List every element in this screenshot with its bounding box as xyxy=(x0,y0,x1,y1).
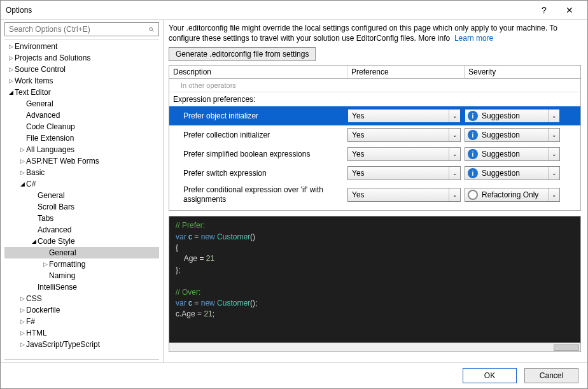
svg-line-1 xyxy=(152,30,153,31)
search-icon[interactable] xyxy=(145,23,158,36)
tree-te-code-cleanup[interactable]: Code Cleanup xyxy=(4,121,159,132)
tree-te-dockerfile[interactable]: ▷Dockerfile xyxy=(4,304,159,316)
cancel-button[interactable]: Cancel xyxy=(524,368,578,383)
chevron-down-icon: ⌄ xyxy=(449,110,460,122)
tree-te-basic[interactable]: ▷Basic xyxy=(4,167,159,178)
options-dialog: Options ? ✕ ▷Environment ▷Projects and S… xyxy=(0,0,588,389)
window-title: Options xyxy=(6,6,531,15)
titlebar: Options ? ✕ xyxy=(1,1,587,20)
chevron-down-icon: ⌄ xyxy=(548,110,559,122)
pref-dropdown[interactable]: Yes⌄ xyxy=(347,188,461,202)
chevron-down-icon: ⌄ xyxy=(548,129,559,141)
tree-environment[interactable]: ▷Environment xyxy=(4,41,159,52)
tree-cst-formatting[interactable]: ▷Formatting xyxy=(4,258,159,270)
pref-dropdown[interactable]: Yes⌄ xyxy=(347,128,461,142)
tree-te-aspnet[interactable]: ▷ASP.NET Web Forms xyxy=(4,155,159,167)
tree-projects-solutions[interactable]: ▷Projects and Solutions xyxy=(4,52,159,64)
close-icon[interactable]: ✕ xyxy=(557,1,582,20)
editorconfig-notice: Your .editorconfig file might override t… xyxy=(169,24,581,43)
learn-more-link[interactable]: Learn more xyxy=(454,34,493,43)
col-description[interactable]: Description xyxy=(169,66,347,78)
col-preference[interactable]: Preference xyxy=(347,66,465,78)
sev-dropdown[interactable]: iSuggestion⌄ xyxy=(465,128,560,142)
info-icon: i xyxy=(468,111,478,121)
scroll-thumb[interactable] xyxy=(554,344,579,351)
sev-dropdown[interactable]: iSuggestion⌄ xyxy=(465,166,560,180)
tree-cs-tabs[interactable]: Tabs xyxy=(4,213,159,224)
sidebar: ▷Environment ▷Projects and Solutions ▷So… xyxy=(1,20,164,362)
ok-button[interactable]: OK xyxy=(463,368,517,383)
tree-te-advanced[interactable]: Advanced xyxy=(4,110,159,121)
svg-point-0 xyxy=(150,27,153,31)
tree-cst-general[interactable]: General xyxy=(4,247,159,258)
info-icon: i xyxy=(468,149,478,159)
tree-cst-naming[interactable]: Naming xyxy=(4,270,159,281)
main-panel: Your .editorconfig file might override t… xyxy=(164,20,587,362)
tree-text-editor[interactable]: ◢Text Editor xyxy=(4,87,159,98)
chevron-down-icon: ⌄ xyxy=(449,148,460,160)
tree-cs-general[interactable]: General xyxy=(4,190,159,201)
prev-row-stub: In other operators xyxy=(169,79,580,92)
horizontal-scrollbar[interactable] xyxy=(169,343,581,352)
chevron-down-icon: ⌄ xyxy=(548,148,559,160)
tree-te-file-extension[interactable]: File Extension xyxy=(4,132,159,144)
row-prefer-object-initializer[interactable]: Prefer object initializer Yes⌄ iSuggesti… xyxy=(169,106,580,125)
tree-work-items[interactable]: ▷Work Items xyxy=(4,75,159,87)
info-icon: i xyxy=(468,130,478,140)
row-prefer-switch-expression[interactable]: Prefer switch expression Yes⌄ iSuggestio… xyxy=(169,164,580,183)
chevron-down-icon: ⌄ xyxy=(449,167,460,180)
tree-te-general[interactable]: General xyxy=(4,98,159,110)
generate-editorconfig-button[interactable]: Generate .editorconfig file from setting… xyxy=(169,47,316,61)
section-expression-prefs: Expression preferences: xyxy=(169,92,580,106)
tree-source-control[interactable]: ▷Source Control xyxy=(4,64,159,75)
sev-dropdown[interactable]: Refactoring Only⌄ xyxy=(465,188,560,202)
tree-te-css[interactable]: ▷CSS xyxy=(4,293,159,304)
grid-header: Description Preference Severity xyxy=(169,65,581,78)
pref-dropdown[interactable]: Yes⌄ xyxy=(347,166,461,180)
chevron-down-icon: ⌄ xyxy=(449,129,460,141)
tree-te-js-ts[interactable]: ▷JavaScript/TypeScript xyxy=(4,339,159,350)
tree-cs-advanced[interactable]: Advanced xyxy=(4,224,159,236)
code-preview: // Prefer: var c = new Customer() { Age … xyxy=(169,216,581,343)
tree-te-html[interactable]: ▷HTML xyxy=(4,327,159,339)
row-prefer-conditional-over-if[interactable]: Prefer conditional expression over 'if' … xyxy=(169,183,580,207)
help-icon[interactable]: ? xyxy=(531,1,557,20)
info-icon: i xyxy=(468,168,478,178)
row-prefer-simplified-bool[interactable]: Prefer simplified boolean expressions Ye… xyxy=(169,145,580,164)
search-input[interactable] xyxy=(4,22,159,36)
sev-dropdown[interactable]: iSuggestion⌄ xyxy=(465,109,560,123)
options-tree[interactable]: ▷Environment ▷Projects and Solutions ▷So… xyxy=(4,39,159,360)
chevron-down-icon: ⌄ xyxy=(449,188,460,201)
tree-te-csharp[interactable]: ◢C# xyxy=(4,178,159,190)
circle-icon xyxy=(468,190,478,200)
chevron-down-icon: ⌄ xyxy=(548,188,559,201)
tree-te-all-languages[interactable]: ▷All Languages xyxy=(4,144,159,155)
col-severity[interactable]: Severity xyxy=(465,66,580,78)
sev-dropdown[interactable]: iSuggestion⌄ xyxy=(465,147,560,161)
chevron-down-icon: ⌄ xyxy=(548,167,559,180)
tree-te-fsharp[interactable]: ▷F# xyxy=(4,316,159,327)
settings-grid[interactable]: In other operators Expression preference… xyxy=(169,78,581,211)
tree-cs-scrollbars[interactable]: Scroll Bars xyxy=(4,201,159,213)
dialog-footer: OK Cancel xyxy=(1,362,587,388)
tree-cs-intellisense[interactable]: IntelliSense xyxy=(4,281,159,293)
tree-cs-codestyle[interactable]: ◢Code Style xyxy=(4,236,159,247)
pref-dropdown[interactable]: Yes⌄ xyxy=(347,109,461,123)
row-prefer-collection-initializer[interactable]: Prefer collection initializer Yes⌄ iSugg… xyxy=(169,125,580,145)
pref-dropdown[interactable]: Yes⌄ xyxy=(347,147,461,161)
